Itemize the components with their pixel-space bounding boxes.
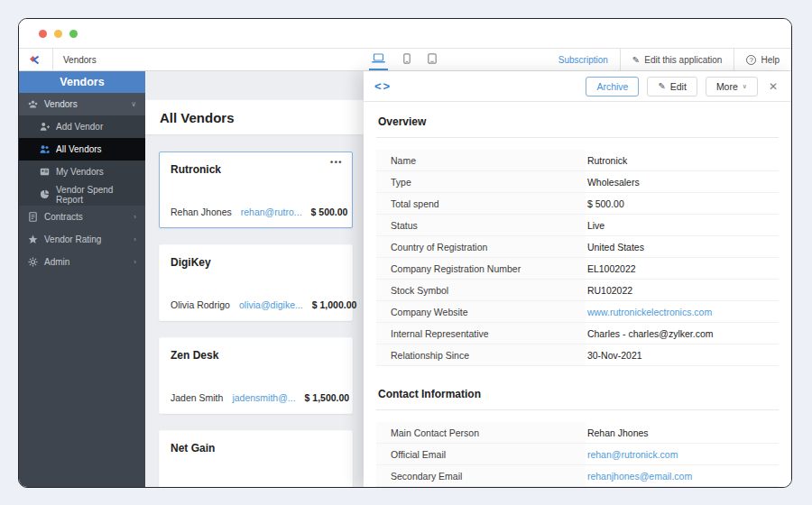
field-label: Country of Registration bbox=[376, 236, 586, 257]
chevron-down-icon: ∨ bbox=[743, 83, 747, 90]
secondary-email-link[interactable]: rehanjhones@email.com bbox=[586, 465, 779, 486]
field-row-mobile-number: Mobile Number +17160234510 bbox=[376, 487, 779, 488]
app-body: Vendors Vendors ∨ Add Vendor All Vendors bbox=[19, 71, 791, 488]
sidebar-item-label: All Vendors bbox=[56, 144, 102, 154]
window-zoom-button[interactable] bbox=[69, 30, 78, 38]
sidebar-item-vendor-rating[interactable]: Vendor Rating › bbox=[19, 228, 145, 251]
sidebar-item-all-vendors[interactable]: All Vendors bbox=[19, 138, 145, 161]
device-tab-phone[interactable] bbox=[401, 49, 412, 70]
vendor-card-name: Zen Desk bbox=[171, 349, 341, 362]
vendor-cards: Rutronick ••• Rehan Jhones rehan@rutro..… bbox=[145, 134, 364, 488]
chevron-right-icon: › bbox=[134, 213, 136, 221]
contract-document-icon bbox=[28, 212, 38, 222]
vendor-email-link[interactable]: olivia@digike... bbox=[239, 299, 303, 310]
creator-logo-icon[interactable] bbox=[19, 49, 53, 70]
sidebar-item-add-vendor[interactable]: Add Vendor bbox=[19, 115, 145, 138]
field-row-country: Country of Registration United States bbox=[376, 236, 779, 258]
sidebar-item-vendor-spend-report[interactable]: Vendor Spend Report bbox=[19, 183, 145, 206]
field-label: Total spend bbox=[376, 193, 586, 214]
tablet-icon bbox=[428, 53, 437, 64]
vendor-card-zen-desk[interactable]: Zen Desk Jaden Smith jadensmith@... $ 1,… bbox=[159, 337, 353, 414]
field-value: Live bbox=[586, 215, 779, 235]
laptop-icon bbox=[371, 53, 386, 64]
sidebar-item-label: Add Vendor bbox=[56, 122, 103, 132]
vendor-card-footer: Rehan Jhones rehan@rutro... $ 500.00 bbox=[171, 207, 345, 217]
pie-chart-icon bbox=[40, 189, 50, 199]
sidebar-item-admin[interactable]: Admin › bbox=[19, 251, 145, 273]
help-label: Help bbox=[761, 55, 780, 65]
device-tab-desktop[interactable] bbox=[369, 49, 388, 70]
window-minimize-button[interactable] bbox=[54, 30, 62, 38]
field-row-main-contact: Main Contact Person Rehan Jhones bbox=[376, 422, 779, 444]
sidebar-item-label: Vendor Spend Report bbox=[56, 185, 136, 205]
edit-application-button[interactable]: ✎ Edit this application bbox=[621, 49, 734, 70]
field-label: Main Contact Person bbox=[376, 422, 586, 443]
more-button[interactable]: More ∨ bbox=[706, 77, 758, 96]
sidebar: Vendors Vendors ∨ Add Vendor All Vendors bbox=[19, 71, 145, 488]
sidebar-item-label: Admin bbox=[44, 257, 69, 267]
section-title-overview: Overview bbox=[376, 102, 779, 138]
device-preview-tabs bbox=[369, 49, 438, 70]
field-label: Company Registration Number bbox=[376, 258, 586, 279]
website-link[interactable]: www.rutronickelectronics.com bbox=[586, 301, 779, 322]
vendor-contact-name: Olivia Rodrigo bbox=[171, 299, 230, 310]
toolbar-right-group: Subscription ✎ Edit this application ? H… bbox=[547, 49, 791, 70]
field-row-relationship-since: Relationship Since 30-Nov-2021 bbox=[376, 344, 779, 366]
detail-body: Overview Name Rutronick Type Wholesalers… bbox=[364, 102, 791, 488]
field-row-stock-symbol: Stock Symbol RU102022 bbox=[376, 280, 779, 301]
window-titlebar bbox=[19, 19, 791, 49]
section-title-contact-information: Contact Information bbox=[376, 374, 779, 410]
list-title: All Vendors bbox=[145, 100, 364, 134]
help-button[interactable]: ? Help bbox=[734, 49, 791, 70]
sidebar-item-my-vendors[interactable]: My Vendors bbox=[19, 161, 145, 183]
device-tab-tablet[interactable] bbox=[426, 49, 438, 70]
sidebar-item-vendors[interactable]: Vendors ∨ bbox=[19, 93, 145, 115]
archive-button[interactable]: Archive bbox=[586, 77, 639, 96]
field-label: Type bbox=[376, 171, 586, 192]
field-value: Rutronick bbox=[586, 150, 779, 170]
close-icon[interactable]: ✕ bbox=[766, 80, 780, 93]
chevron-down-icon: ∨ bbox=[131, 100, 136, 108]
field-row-secondary-email: Secondary Email rehanjhones@email.com bbox=[376, 465, 779, 487]
field-label: Status bbox=[376, 215, 586, 235]
pencil-icon: ✎ bbox=[632, 55, 640, 65]
subscription-link[interactable]: Subscription bbox=[547, 49, 620, 70]
id-card-icon bbox=[40, 167, 50, 177]
pencil-icon: ✎ bbox=[658, 81, 665, 91]
sidebar-item-label: Vendor Rating bbox=[44, 234, 101, 244]
field-label: Name bbox=[376, 150, 586, 170]
vendor-amount: $ 500.00 bbox=[311, 207, 348, 217]
vendor-email-link[interactable]: jadensmith@... bbox=[232, 392, 295, 403]
app-toolbar: Vendors bbox=[19, 49, 791, 71]
field-row-type: Type Wholesalers bbox=[376, 171, 779, 193]
field-row-official-email: Official Email rehan@rutronick.com bbox=[376, 444, 779, 465]
field-label: Mobile Number bbox=[376, 487, 586, 488]
archive-label: Archive bbox=[596, 81, 628, 92]
sidebar-item-contracts[interactable]: Contracts › bbox=[19, 206, 145, 228]
app-window: Vendors bbox=[18, 18, 792, 488]
sidebar-item-label: My Vendors bbox=[56, 167, 104, 177]
edit-label: Edit bbox=[670, 81, 687, 92]
vendor-card-net-gain[interactable]: Net Gain bbox=[159, 430, 353, 488]
vendor-email-link[interactable]: rehan@rutro... bbox=[241, 207, 302, 217]
vendor-card-name: DigiKey bbox=[171, 256, 341, 269]
edit-application-label: Edit this application bbox=[644, 55, 722, 65]
overview-fields: Name Rutronick Type Wholesalers Total sp… bbox=[376, 150, 779, 366]
edit-button[interactable]: ✎ Edit bbox=[647, 77, 697, 96]
field-value: +17160234510 bbox=[586, 487, 779, 488]
gear-icon bbox=[28, 257, 38, 267]
detail-header: <> Archive ✎ Edit More ∨ ✕ bbox=[364, 71, 791, 102]
creator-logo-icon bbox=[30, 54, 42, 66]
code-view-icon[interactable]: <> bbox=[374, 79, 392, 93]
field-row-total-spend: Total spend $ 500.00 bbox=[376, 193, 779, 215]
field-value: Rehan Jhones bbox=[586, 422, 779, 443]
vendor-card-digikey[interactable]: DigiKey Olivia Rodrigo olivia@digike... … bbox=[159, 244, 353, 321]
official-email-link[interactable]: rehan@rutronick.com bbox=[586, 444, 779, 464]
vendor-card-rutronick[interactable]: Rutronick ••• Rehan Jhones rehan@rutro..… bbox=[159, 152, 353, 228]
field-label: Secondary Email bbox=[376, 465, 586, 486]
field-value: Wholesalers bbox=[586, 171, 779, 192]
vendor-card-name: Rutronick bbox=[171, 163, 341, 176]
sidebar-item-label: Contracts bbox=[44, 212, 83, 222]
window-close-button[interactable] bbox=[39, 30, 47, 38]
card-more-menu-icon[interactable]: ••• bbox=[330, 158, 343, 167]
